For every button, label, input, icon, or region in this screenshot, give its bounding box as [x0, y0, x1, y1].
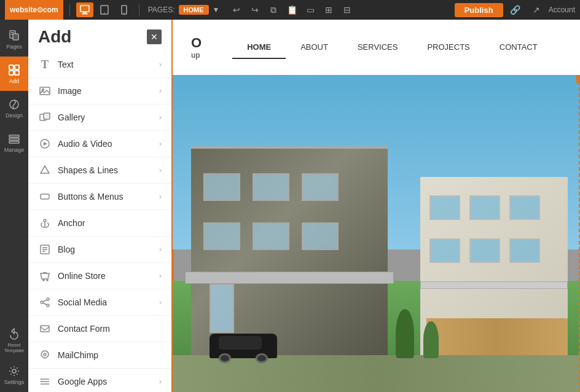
- menu-item-blog[interactable]: Blog ›: [28, 237, 171, 263]
- svg-rect-41: [41, 326, 49, 332]
- history-buttons: ↩ ↪ ⧉ 📋 ▭ ⊞ ⊟: [228, 2, 356, 17]
- menu-item-text[interactable]: T Text ›: [28, 52, 171, 78]
- tree2: [423, 321, 439, 358]
- shapes-arrow: ›: [159, 166, 162, 174]
- nav-about[interactable]: ABOUT: [286, 36, 343, 59]
- svg-point-42: [44, 353, 46, 356]
- svg-rect-18: [9, 141, 19, 143]
- menu-item-shapes[interactable]: Shapes & Lines ›: [28, 157, 171, 184]
- nav-services[interactable]: SERVICES: [343, 36, 413, 59]
- nav-contact[interactable]: CONTACT: [485, 36, 552, 59]
- close-panel-button[interactable]: ✕: [147, 29, 162, 44]
- buttons-arrow: ›: [159, 192, 162, 201]
- pages-dropdown-chevron[interactable]: ▼: [213, 6, 220, 14]
- logo[interactable]: website⊙com: [5, 0, 63, 20]
- svg-point-34: [43, 280, 44, 281]
- menu-item-social[interactable]: Social Media ›: [28, 289, 171, 316]
- gallery-icon: [38, 111, 52, 124]
- paste-btn[interactable]: 📋: [283, 2, 300, 17]
- separator: [69, 4, 70, 16]
- menu-item-anchor[interactable]: Anchor: [28, 210, 171, 237]
- svg-rect-27: [41, 194, 49, 199]
- undo-btn[interactable]: ↩: [228, 2, 245, 17]
- menu-item-contact-form[interactable]: Contact Form: [28, 316, 171, 342]
- nav-home[interactable]: HOME: [232, 36, 286, 59]
- redo-btn[interactable]: ↪: [246, 2, 264, 17]
- menu-item-google-apps[interactable]: Google Apps ›: [28, 369, 171, 392]
- svg-rect-17: [9, 138, 19, 140]
- car-silhouette: [210, 334, 277, 358]
- hero-street: [173, 355, 580, 392]
- av-arrow: ›: [159, 139, 162, 148]
- sidebar-reset-label: Reset Template: [0, 342, 28, 353]
- social-icon: [38, 296, 52, 309]
- google-apps-label: Google Apps: [58, 377, 107, 386]
- desktop-btn[interactable]: [76, 2, 93, 17]
- svg-point-4: [104, 12, 105, 14]
- svg-line-39: [43, 300, 47, 302]
- sidebar-manage-label: Manage: [4, 147, 25, 153]
- image-arrow: ›: [159, 87, 162, 95]
- image-label: Image: [58, 86, 82, 96]
- separator2: [139, 4, 139, 16]
- svg-rect-1: [83, 12, 87, 14]
- text-label: Text: [58, 60, 74, 69]
- canvas-logo: O up: [173, 35, 220, 60]
- menu-item-audio-video[interactable]: Audio & Video ›: [28, 131, 171, 157]
- mobile-btn[interactable]: [116, 2, 133, 17]
- blog-label: Blog: [58, 245, 75, 254]
- topbar: website⊙com PAGES: HOME ▼ ↩ ↪ ⧉ 📋 ▭ ⊞ ⊟ …: [0, 0, 580, 20]
- sidebar-item-add[interactable]: Add: [0, 57, 28, 91]
- publish-button[interactable]: Publish: [455, 3, 503, 17]
- copy-btn[interactable]: ⧉: [265, 2, 282, 17]
- gallery-arrow: ›: [159, 113, 162, 122]
- text-arrow: ›: [159, 60, 162, 69]
- menu-item-store[interactable]: Online Store ›: [28, 263, 171, 289]
- tablet-btn[interactable]: [96, 2, 113, 17]
- preview-btn[interactable]: ▭: [302, 2, 319, 17]
- menu-item-buttons[interactable]: Buttons & Menus ›: [28, 184, 171, 210]
- sidebar-item-pages[interactable]: Pages: [0, 22, 28, 57]
- svg-marker-26: [41, 166, 49, 173]
- shapes-label: Shapes & Lines: [58, 165, 118, 175]
- canvas-nav: O up HOME ABOUT SERVICES PROJECTS CONTAC…: [173, 20, 580, 75]
- svg-point-36: [47, 298, 49, 300]
- logo-up: up: [191, 51, 200, 60]
- preview2-btn[interactable]: ↗: [528, 2, 545, 17]
- blog-icon: [38, 243, 52, 256]
- svg-marker-25: [44, 142, 47, 146]
- current-page-tag[interactable]: HOME: [179, 5, 209, 15]
- social-label: Social Media: [58, 297, 107, 307]
- menu-item-mailchimp[interactable]: MailChimp: [28, 342, 171, 369]
- sidebar-settings-label: Settings: [4, 379, 25, 385]
- sidebar-add-label: Add: [9, 78, 19, 84]
- building-main: [191, 146, 388, 355]
- grid-btn[interactable]: ⊞: [320, 2, 337, 17]
- svg-rect-12: [15, 65, 19, 69]
- social-arrow: ›: [159, 298, 162, 307]
- menu-item-image[interactable]: Image ›: [28, 78, 171, 104]
- svg-rect-14: [15, 71, 19, 75]
- add-panel: Add ✕ T Text › Image: [28, 20, 173, 392]
- sidebar-item-reset[interactable]: Reset Template: [0, 323, 28, 358]
- canvas-handle-top-right: [576, 75, 580, 84]
- store-arrow: ›: [159, 272, 162, 280]
- av-icon: [38, 137, 52, 151]
- canvas-hero: [173, 75, 580, 392]
- account-button[interactable]: Account: [549, 6, 575, 14]
- main-area: Pages Add Design Manage: [0, 20, 580, 392]
- mailchimp-icon: [38, 348, 52, 362]
- nav-projects[interactable]: PROJECTS: [412, 36, 484, 59]
- share-btn[interactable]: 🔗: [507, 2, 524, 17]
- svg-rect-10: [13, 34, 18, 40]
- svg-point-28: [44, 219, 46, 222]
- sidebar-item-manage[interactable]: Manage: [0, 125, 28, 160]
- sidebar-item-settings[interactable]: Settings: [0, 358, 28, 392]
- text-icon: T: [38, 58, 52, 71]
- menu-item-gallery[interactable]: Gallery ›: [28, 104, 171, 131]
- add-panel-title: Add: [38, 27, 71, 47]
- svg-rect-20: [40, 87, 50, 95]
- device-switcher: [76, 2, 133, 17]
- sidebar-item-design[interactable]: Design: [0, 91, 28, 125]
- grid2-btn[interactable]: ⊟: [339, 2, 356, 17]
